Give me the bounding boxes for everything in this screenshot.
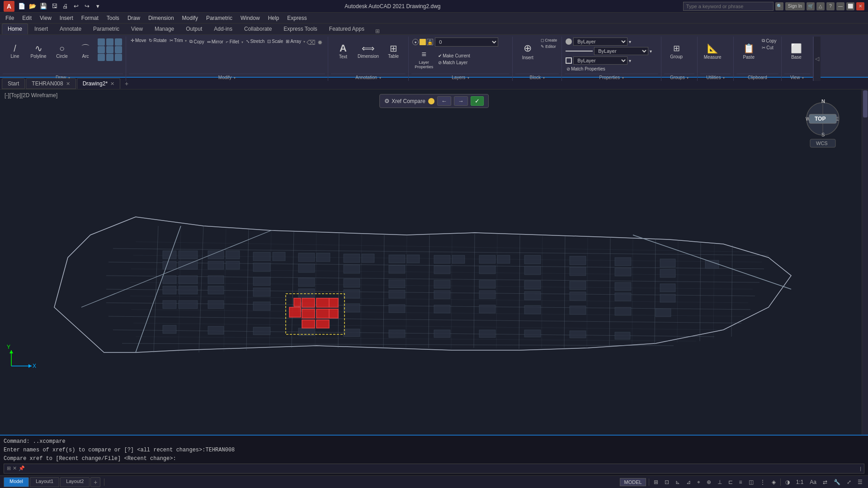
ducs-toggle[interactable]: ⊥ (716, 478, 724, 486)
menu-tools[interactable]: Tools (103, 13, 123, 23)
annotation-visibility[interactable]: Aa (808, 478, 818, 486)
arc-button[interactable]: ⌒ Arc (74, 38, 97, 65)
paste-button[interactable]: 📋 Paste (737, 38, 760, 65)
clipboard-copy-button[interactable]: ⧉ Copy (761, 38, 777, 44)
save-as-button[interactable]: 🖫 (50, 2, 59, 11)
scrollbar-thumb[interactable] (863, 90, 868, 117)
user-icon[interactable]: Sign In (785, 2, 805, 10)
menu-express[interactable]: Express (283, 13, 310, 23)
layer-properties-button[interactable]: ≡ LayerProperties (412, 48, 435, 70)
hatch-icon[interactable] (98, 46, 105, 53)
app-icon[interactable]: A (4, 1, 14, 12)
group-button[interactable]: ⊞ Group (665, 38, 688, 65)
minimize-button[interactable]: — (836, 2, 844, 10)
restore-button[interactable]: ⬜ (846, 2, 854, 10)
fullscreen-button[interactable]: ⤢ (845, 478, 853, 486)
color-dropdown-arrow[interactable]: ▾ (629, 39, 631, 44)
menu-insert[interactable]: Insert (56, 13, 77, 23)
gradient-icon[interactable] (106, 46, 113, 53)
match-properties-button[interactable]: ⊘ Match Properties (566, 66, 606, 72)
tab-tehran008[interactable]: TEHRAN008 ✕ (26, 78, 75, 89)
dyn-toggle[interactable]: ⊏ (726, 478, 735, 486)
table-button[interactable]: ⊞ Table (382, 38, 405, 65)
stretch-button[interactable]: ⤡ Stretch (245, 38, 266, 44)
cmd-pin-icon[interactable]: 📌 (19, 465, 25, 471)
view-group-label[interactable]: View ▾ (784, 74, 810, 81)
ortho-toggle[interactable]: ⊾ (674, 478, 682, 486)
color-selector[interactable]: ByLayer (573, 38, 627, 46)
transparency-toggle[interactable]: ◫ (747, 478, 755, 486)
layout1-tab[interactable]: Layout1 (30, 477, 59, 487)
menu-parametric[interactable]: Parametric (203, 13, 236, 23)
rectangle-icon[interactable] (98, 38, 105, 46)
fillet-button[interactable]: ⌐ Fillet ▾ (225, 38, 244, 45)
move-button[interactable]: ✛ Move (130, 38, 147, 43)
tab-start[interactable]: Start (2, 78, 25, 89)
help-icon[interactable]: ? (826, 2, 835, 10)
osnap-toggle[interactable]: ⌖ (695, 478, 702, 486)
viewport[interactable]: [-][Top][2D Wireframe] (0, 89, 868, 435)
search-input[interactable] (683, 2, 774, 11)
more-apps-icon[interactable]: ⊞ (371, 28, 384, 34)
new-tab-button[interactable]: + (121, 78, 132, 89)
open-button[interactable]: 📂 (28, 2, 37, 11)
menu-modify[interactable]: Modify (179, 13, 202, 23)
cmd-close-icon[interactable]: ✕ (13, 465, 17, 471)
autodesk-icon[interactable]: △ (816, 2, 825, 10)
linetype-preview[interactable] (566, 51, 593, 52)
text-button[interactable]: A Text (332, 38, 354, 65)
model-tab[interactable]: Model (4, 477, 29, 487)
insert-button[interactable]: ⊕ Insert (516, 38, 539, 65)
tab-parametric[interactable]: Parametric (88, 23, 125, 34)
match-layer-button[interactable]: ⊘ Match Layer (437, 60, 471, 66)
wipeout-icon[interactable] (106, 54, 113, 61)
line-button[interactable]: / Line (4, 38, 26, 65)
menu-dimension[interactable]: Dimension (145, 13, 178, 23)
xref-back-button[interactable]: ← (437, 96, 451, 106)
annotation-scale[interactable]: 1:1 (794, 478, 806, 486)
menu-draw[interactable]: Draw (124, 13, 144, 23)
close-tehran008-button[interactable]: ✕ (66, 81, 70, 87)
base-button[interactable]: ⬜ Base (785, 38, 808, 65)
block-group-label[interactable]: Block ▾ (515, 74, 559, 81)
search-icon[interactable]: 🔍 (775, 2, 783, 10)
groups-panel-label[interactable]: Groups ▾ (664, 74, 694, 81)
measure-button[interactable]: 📐 Measure (701, 38, 724, 65)
redo-button[interactable]: ↪ (82, 2, 91, 11)
scale-button[interactable]: ⊡ Scale (266, 38, 284, 44)
cart-icon[interactable]: 🛒 (807, 2, 815, 10)
new-button[interactable]: 📄 (17, 2, 26, 11)
isolate-button[interactable]: ◑ (783, 478, 792, 486)
utilities-group-label[interactable]: Utilities ▾ (700, 74, 731, 81)
prop-color-icon[interactable] (566, 38, 572, 45)
dimension-button[interactable]: ⟺ Dimension (355, 38, 381, 65)
tab-insert[interactable]: Insert (29, 23, 53, 34)
ribbon-expand-button[interactable]: ◁ (813, 37, 821, 81)
menu-format[interactable]: Format (78, 13, 102, 23)
add-layout-button[interactable]: + (90, 477, 100, 487)
make-current-button[interactable]: ✔ Make Current (437, 53, 471, 59)
trim-button[interactable]: ✂ Trim ▾ (169, 38, 188, 43)
tab-manage[interactable]: Manage (149, 23, 179, 34)
explode-icon[interactable]: ✸ (316, 38, 324, 47)
tab-output[interactable]: Output (180, 23, 208, 34)
ellipse-icon[interactable] (115, 38, 122, 46)
region-icon[interactable] (98, 54, 105, 61)
xref-accept-button[interactable]: ✓ (471, 96, 484, 106)
boundary-icon[interactable] (115, 46, 122, 53)
modify-group-label[interactable]: Modify ▾ (129, 74, 325, 81)
xref-forward-button[interactable]: → (454, 96, 468, 106)
polyline-button[interactable]: ∿ Polyline (27, 38, 50, 65)
array-button[interactable]: ⊞ Array ▾ (285, 38, 306, 44)
menu-view[interactable]: View (36, 13, 55, 23)
lineweight-selector[interactable]: ByLayer (573, 56, 627, 65)
layer-lock-icon[interactable]: 🔓 (427, 39, 433, 45)
annotation-group-label[interactable]: Annotation ▾ (331, 74, 406, 81)
menu-help[interactable]: Help (264, 13, 283, 23)
workspace-lock[interactable]: 🔧 (832, 478, 842, 486)
grid-toggle[interactable]: ⊞ (652, 478, 660, 486)
plot-button[interactable]: 🖨 (61, 2, 70, 11)
layout2-tab[interactable]: Layout2 (60, 477, 90, 487)
command-input[interactable] (27, 465, 858, 472)
lineweight-preview[interactable] (566, 57, 572, 64)
